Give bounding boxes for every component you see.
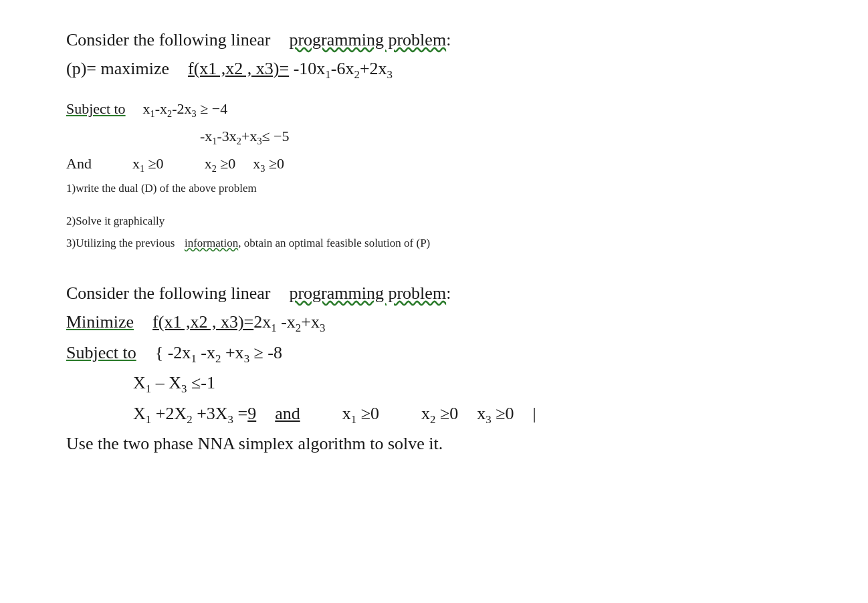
- problem2-con2: X1 – X3 ≤-1: [133, 373, 215, 392]
- problem1-task3-start: 3)Utilizing the previous: [66, 237, 175, 249]
- problem1-intro-text: Consider the following linear: [66, 30, 270, 49]
- problem2-func-expr: 2x1 -x2+x3: [253, 312, 325, 332]
- problem2-minimize-line: Minimize f(x1 ,x2 , x3)=2x1 -x2+x3: [66, 309, 802, 337]
- problem1-nonneg1: x1 ≥0: [132, 155, 164, 172]
- problem2-nonneg1: x1 ≥0: [342, 404, 379, 423]
- problem2-brace: {: [155, 343, 163, 362]
- problem2-intro-line: Consider the following linear programmin…: [66, 280, 802, 306]
- problem-2-block: Consider the following linear programmin…: [66, 280, 802, 457]
- main-content: Consider the following linear programmin…: [66, 27, 802, 457]
- problem1-intro-end: :: [446, 30, 451, 49]
- problem1-task3-end: , obtain an optimal feasible solution of…: [238, 237, 430, 249]
- problem2-intro-underlined: programming problem: [289, 283, 446, 303]
- problem1-task3-line: 3)Utilizing the previous information, ob…: [66, 234, 802, 253]
- problem1-func-start: f(x1 ,x2 , x3)=: [188, 59, 289, 78]
- problem2-con3-line: X1 +2X2 +3X3 =9 and x1 ≥0 x2 ≥0 x3 ≥0 |: [133, 400, 802, 429]
- problem2-subject-line: Subject to { -2x1 -x2 +x3 ≥ -8: [66, 340, 802, 368]
- problem1-and: And: [66, 155, 92, 172]
- problem2-con2-line: X1 – X3 ≤-1: [133, 370, 802, 398]
- problem2-pipe: |: [532, 404, 536, 423]
- problem1-constraint2: -x1-3x2+x3≤ −5: [200, 128, 290, 144]
- problem1-subject-line: Subject to x1-x2-2x3 ≥ −4: [66, 97, 802, 122]
- problem2-nonneg3: x3 ≥0: [477, 404, 514, 423]
- problem2-nonneg2: x2 ≥0: [421, 404, 458, 423]
- problem1-task2: 2)Solve it graphically: [66, 215, 165, 227]
- problem1-nonneg2: x2 ≥0: [205, 155, 236, 172]
- problem1-constraint1: x1-x2-2x3 ≥ −4: [143, 100, 228, 117]
- problem1-intro-line: Consider the following linear programmin…: [66, 27, 802, 53]
- problem2-func: f(x1 ,x2 , x3)=: [152, 312, 253, 332]
- problem1-func-neg10: -10x1-6x2+2x3: [294, 59, 393, 78]
- problem1-constraint2-line: -x1-3x2+x3≤ −5: [200, 124, 802, 149]
- problem1-task1-line: 1)write the dual (D) of the above proble…: [66, 179, 802, 199]
- problem1-objective-label: (p)= maximize: [66, 59, 169, 78]
- problem2-con3-val: 9: [247, 404, 256, 423]
- problem2-minimize-label: Minimize: [66, 312, 134, 332]
- problem2-intro-text: Consider the following linear: [66, 283, 270, 303]
- problem2-use-label: Use the two phase NNA simplex algorithm …: [66, 434, 443, 453]
- problem1-task2-line: 2)Solve it graphically: [66, 212, 802, 231]
- problem-1-block: Consider the following linear programmin…: [66, 27, 802, 253]
- problem1-intro-underlined: programming problem: [289, 30, 446, 49]
- problem2-con1: -2x1 -x2 +x3 ≥ -8: [168, 343, 282, 362]
- problem2-and: and: [275, 404, 300, 423]
- problem1-nonneg-line: And x1 ≥0 x2 ≥0 x3 ≥0: [66, 152, 802, 176]
- problem2-subject-to: Subject to: [66, 343, 136, 362]
- problem2-con3: X1 +2X2 +3X3 =: [133, 404, 247, 423]
- problem1-nonneg3: x3 ≥0: [253, 155, 284, 172]
- problem2-intro-end: :: [446, 283, 451, 303]
- problem1-task1: 1)write the dual (D) of the above proble…: [66, 182, 257, 195]
- problem1-subject-to: Subject to: [66, 100, 126, 117]
- problem1-task3-underlined: information: [185, 237, 238, 249]
- problem2-use-line: Use the two phase NNA simplex algorithm …: [66, 431, 802, 457]
- problem1-objective-line: (p)= maximize f(x1 ,x2 , x3)= -10x1-6x2+…: [66, 55, 802, 84]
